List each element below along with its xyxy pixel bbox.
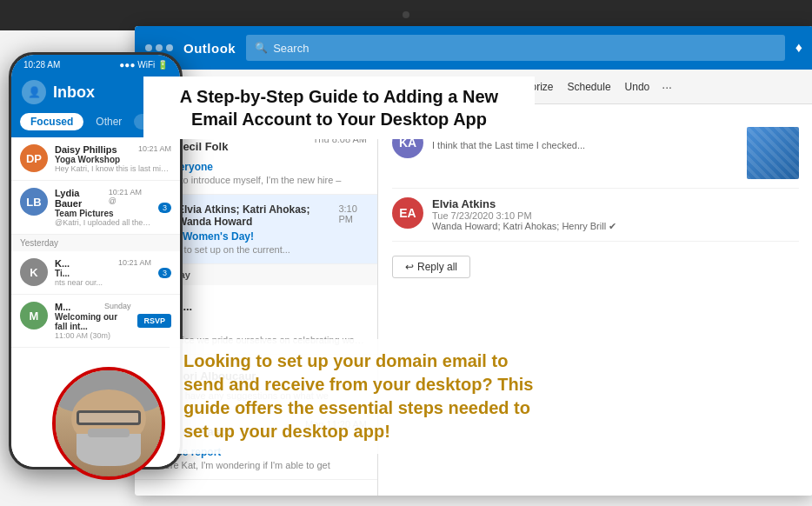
reply-icon: ↩ <box>405 261 414 273</box>
phone-email-preview: Hey Katri, I know this is last minute, d… <box>55 164 171 173</box>
phone-statusbar: 10:28 AM ●●● WiFi 🔋 <box>11 55 180 73</box>
phone-user-avatar[interactable]: 👤 <box>22 80 46 104</box>
phone-email-content: Lydia Bauer 10:21 AM @ Team Pictures @Ka… <box>55 188 151 227</box>
phone-email-header: Lydia Bauer 10:21 AM @ <box>55 188 151 209</box>
phone-avatar: DP <box>20 144 48 172</box>
overlay-body-text: Looking to set up your domain email to s… <box>183 351 533 441</box>
reply-all-button[interactable]: ↩ Reply all <box>392 256 470 278</box>
phone-email-sender: Lydia Bauer <box>55 188 109 209</box>
phone-email-header: Daisy Phillips 10:21 AM <box>55 144 171 155</box>
phone-inbox-title: Inbox <box>53 83 95 102</box>
overlay-title: A Step-by-Step Guide to Adding a New Ema… <box>143 77 535 139</box>
email-badge: 3 <box>158 203 171 213</box>
rsvp-button[interactable]: RSVP <box>137 314 171 328</box>
email-thumbnail <box>747 127 799 179</box>
search-label: Search <box>273 42 309 55</box>
phone-signal-icon: ●●● WiFi 🔋 <box>119 60 168 70</box>
phone-email-item-1[interactable]: LB Lydia Bauer 10:21 AM @ Team Pictures … <box>11 181 180 235</box>
phone-avatar: LB <box>20 188 48 216</box>
contact-name: Elvia Atkins <box>432 197 799 210</box>
email-badge: 3 <box>158 268 171 278</box>
more-button[interactable]: ··· <box>662 80 672 94</box>
phone-avatar: K <box>20 258 48 286</box>
phone-email-sender: K... <box>55 258 70 269</box>
phone-email-preview: @Katri, I uploaded all the pictures fro.… <box>55 218 151 227</box>
search-bar[interactable]: 🔍 Search <box>246 35 785 61</box>
phone-email-preview: nts near our... <box>55 278 151 287</box>
dot-icon <box>166 44 173 51</box>
phone-email-content: Daisy Phillips 10:21 AM Yoga Workshop He… <box>55 144 171 173</box>
phone-email-time: 10:21 AM <box>138 144 171 155</box>
phone-email-content: K... 10:21 AM Ti... nts near our... <box>55 258 151 287</box>
phone-email-subject: Ti... <box>55 269 151 278</box>
phone-email-subject: Team Pictures <box>55 209 151 218</box>
undo-button[interactable]: Undo <box>620 77 656 97</box>
laptop-camera <box>403 11 409 18</box>
phone-email-subject: Yoga Workshop <box>55 155 171 164</box>
phone-time: 10:28 AM <box>23 60 60 70</box>
search-icon: 🔍 <box>255 42 268 54</box>
contact-row-1: EA Elvia Atkins Tue 7/23/2020 3:10 PM Wa… <box>392 189 799 242</box>
phone-email-header: K... 10:21 AM <box>55 258 151 269</box>
reply-all-label: Reply all <box>417 261 457 273</box>
email-sender: Elvia Atkins; Katri Ahokas; Wanda Howard <box>177 203 338 228</box>
tab-focused[interactable]: Focused <box>20 113 83 130</box>
phone-email-sender: M... <box>55 302 70 312</box>
contact-date: Tue 7/23/2020 3:10 PM <box>432 210 799 221</box>
contact-info: Elvia Atkins Tue 7/23/2020 3:10 PM Wanda… <box>432 197 799 232</box>
outlook-titlebar: Outlook 🔍 Search ♦ <box>135 26 812 70</box>
phone-email-time: 10:21 AM <box>118 258 151 269</box>
phone-email-time: 10:21 AM @ <box>109 188 151 209</box>
face-image <box>56 370 162 476</box>
face-circle <box>52 367 165 480</box>
contact-preview: I think that the Last time I checked... <box>432 140 738 150</box>
tab-other[interactable]: Other <box>89 113 129 130</box>
phone-email-preview: 11:00 AM (30m) <box>55 331 130 340</box>
phone-email-subject: Welcoming our fall int... <box>55 312 130 331</box>
phone-email-header: M... Sunday <box>55 302 130 312</box>
yesterday-label: Yesterday <box>11 235 180 251</box>
email-sender: Cecil Folk <box>175 140 228 153</box>
schedule-button[interactable]: Schedule <box>562 77 616 97</box>
phone-email-time: Sunday <box>104 302 131 312</box>
contact-preview: Wanda Howard; Katri Ahokas; Henry Brill … <box>432 221 799 232</box>
phone-email-item-2[interactable]: K K... 10:21 AM Ti... nts near our... 3 <box>11 251 180 295</box>
reply-section: ↩ Reply all <box>392 256 799 278</box>
email-preview: Hi there Kat, I'm wondering if I'm able … <box>145 460 367 470</box>
phone-email-item-0[interactable]: DP Daisy Phillips 10:21 AM Yoga Workshop… <box>11 137 180 181</box>
phone-avatar: M <box>20 302 48 330</box>
outlook-logo: Outlook <box>183 41 236 56</box>
overlay-body: Looking to set up your domain email to s… <box>170 339 561 454</box>
dot-icon <box>156 44 163 51</box>
overlay-title-text: A Step-by-Step Guide to Adding a New Ema… <box>180 87 498 129</box>
phone-email-sender: Daisy Phillips <box>55 144 117 155</box>
dot-icon <box>145 44 152 51</box>
email-time: 3:10 PM <box>338 203 367 228</box>
thumbnail-pattern <box>747 127 799 179</box>
avatar: EA <box>392 197 423 229</box>
phone-email-content: M... Sunday Welcoming our fall int... 11… <box>55 302 130 340</box>
diamond-icon: ♦ <box>795 40 802 56</box>
phone-email-item-3[interactable]: M M... Sunday Welcoming our fall int... … <box>11 295 180 348</box>
window-controls <box>145 44 173 51</box>
